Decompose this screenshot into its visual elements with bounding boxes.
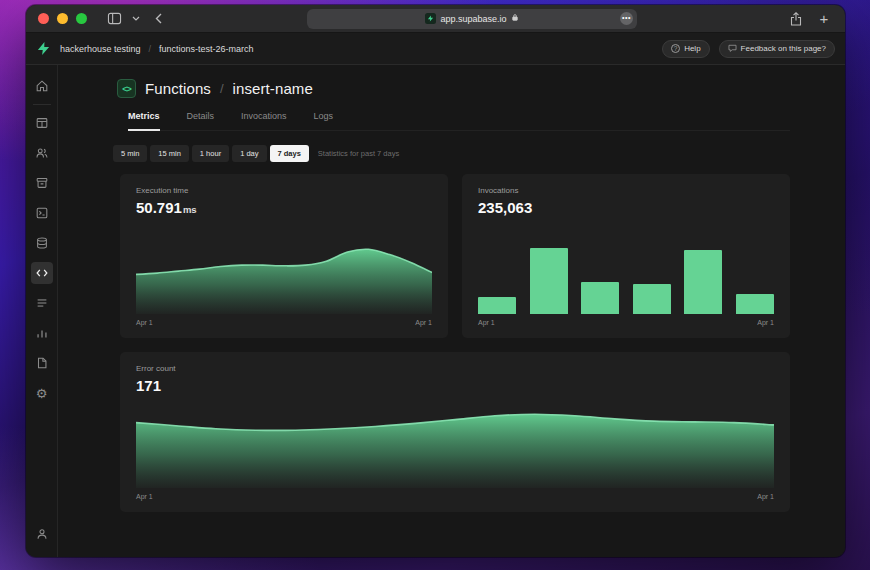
invocations-value: 235,063 (478, 199, 774, 216)
sidebar-item-home[interactable] (31, 75, 53, 97)
bar (478, 297, 516, 314)
sidebar-item-logs[interactable] (31, 292, 53, 314)
page-title-secondary: insert-name (233, 80, 313, 97)
tab-invocations[interactable]: Invocations (241, 111, 287, 130)
url-text: app.supabase.io (440, 14, 506, 24)
x-axis: Apr 1Apr 1 (136, 319, 432, 328)
page-title: <> Functions / insert-name (117, 79, 790, 98)
time-range-1day[interactable]: 1 day (232, 145, 266, 162)
supabase-logo-icon[interactable] (36, 41, 51, 56)
help-button[interactable]: ? Help (662, 40, 709, 58)
sidebar-item-database[interactable] (31, 232, 53, 254)
error-count-card: Error count 171 Apr 1Apr 1 (120, 352, 790, 512)
tab-details[interactable]: Details (187, 111, 215, 130)
time-range-note: Statistics for past 7 days (318, 149, 399, 158)
execution-time-card: Execution time 50.791ms Apr 1Apr 1 (120, 174, 448, 338)
error-count-chart (136, 412, 774, 488)
sidebar-toggle-icon[interactable] (105, 10, 123, 28)
browser-window: app.supabase.io ••• + hackerhouse testin… (26, 5, 845, 557)
breadcrumb-separator: / (149, 44, 152, 54)
minimize-window-button[interactable] (57, 13, 68, 24)
traffic-lights (38, 13, 87, 24)
sidebar-item-docs[interactable] (31, 352, 53, 374)
tab-metrics[interactable]: Metrics (128, 111, 160, 131)
lock-icon (511, 13, 519, 24)
time-range-7days[interactable]: 7 days (270, 145, 309, 162)
time-range-5min[interactable]: 5 min (113, 145, 147, 162)
app-header: hackerhouse testing / functions-test-26-… (26, 33, 845, 65)
sidebar-divider (33, 104, 51, 105)
breadcrumb-function[interactable]: functions-test-26-march (159, 44, 254, 54)
execution-time-chart (136, 248, 432, 314)
sidebar-item-reports[interactable] (31, 322, 53, 344)
new-tab-button[interactable]: + (815, 10, 833, 28)
card-label: Execution time (136, 186, 432, 195)
bar (530, 248, 568, 314)
main-content: <> Functions / insert-name Metrics Detai… (58, 65, 845, 557)
x-axis: Apr 1Apr 1 (478, 319, 774, 328)
bar (581, 282, 619, 314)
sidebar-item-storage[interactable] (31, 172, 53, 194)
browser-chrome: app.supabase.io ••• + (26, 5, 845, 33)
help-button-label: Help (684, 44, 700, 53)
card-label: Invocations (478, 186, 774, 195)
chevron-down-icon[interactable] (131, 10, 141, 28)
execution-time-value: 50.791ms (136, 199, 432, 216)
bar (684, 250, 722, 314)
share-icon[interactable] (787, 10, 805, 28)
sidebar-item-account[interactable] (31, 523, 53, 545)
sidebar-item-settings[interactable]: ⚙ (31, 382, 53, 404)
chrome-actions: + (787, 10, 833, 28)
reader-ellipsis-button[interactable]: ••• (620, 12, 633, 25)
code-icon: <> (117, 79, 136, 98)
error-count-value: 171 (136, 377, 774, 394)
chat-bubble-icon (728, 44, 737, 53)
x-axis: Apr 1Apr 1 (136, 493, 774, 502)
sidebar-item-authentication[interactable] (31, 142, 53, 164)
tab-logs[interactable]: Logs (314, 111, 334, 130)
app-sidebar: ⚙ (26, 65, 58, 557)
gear-icon: ⚙ (36, 387, 48, 400)
url-bar-container: app.supabase.io ••• (175, 9, 769, 29)
invocations-card: Invocations 235,063 Apr 1Apr 1 (462, 174, 790, 338)
close-window-button[interactable] (38, 13, 49, 24)
address-bar[interactable]: app.supabase.io ••• (307, 9, 637, 29)
site-favicon (425, 13, 436, 24)
breadcrumb-project[interactable]: hackerhouse testing (60, 44, 141, 54)
help-icon: ? (671, 44, 680, 53)
page-title-primary[interactable]: Functions (145, 80, 211, 97)
feedback-button[interactable]: Feedback on this page? (719, 40, 835, 58)
bar (736, 294, 774, 314)
zoom-window-button[interactable] (76, 13, 87, 24)
sidebar-item-sql-editor[interactable] (31, 202, 53, 224)
page-title-separator: / (220, 81, 224, 96)
tab-bar: Metrics Details Invocations Logs (128, 111, 790, 131)
bar (633, 284, 671, 314)
time-range-selector: 5 min 15 min 1 hour 1 day 7 days Statist… (113, 145, 790, 162)
breadcrumb: hackerhouse testing / functions-test-26-… (60, 44, 254, 54)
card-label: Error count (136, 364, 774, 373)
sidebar-item-table-editor[interactable] (31, 112, 53, 134)
sidebar-item-edge-functions[interactable] (31, 262, 53, 284)
back-button-icon[interactable] (149, 10, 167, 28)
time-range-1hour[interactable]: 1 hour (192, 145, 229, 162)
time-range-15min[interactable]: 15 min (150, 145, 189, 162)
invocations-chart (478, 248, 774, 314)
feedback-button-label: Feedback on this page? (741, 44, 826, 53)
